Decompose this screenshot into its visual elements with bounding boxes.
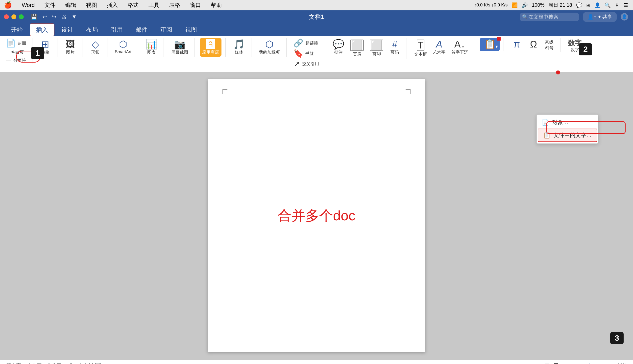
cover-page-btn[interactable]: 📄 封面 <box>4 38 28 48</box>
user-avatar[interactable]: 👤 <box>621 13 628 20</box>
shapes-btn[interactable]: ◇ 形状 <box>87 38 103 57</box>
ribbon-group-images: 🖼 图片 <box>62 38 82 57</box>
menu-word[interactable]: Word <box>20 2 37 9</box>
object-dropdown-icon: 📄 <box>542 119 549 126</box>
tab-review[interactable]: 审阅 <box>154 24 178 36</box>
bookmark-btn[interactable]: 🔖 书签 <box>292 48 321 58</box>
blank-page-btn[interactable]: □ 空白页 <box>4 48 28 56</box>
appstore-btn[interactable]: 🅰 应用商店 <box>200 38 222 57</box>
addins-btn[interactable]: ⬡ 我的加载项 <box>256 38 282 57</box>
ribbon-group-links: 🔗 超链接 🔖 书签 ↗ 交叉引用 <box>292 38 325 70</box>
outline-icon[interactable]: ☰ <box>554 362 559 364</box>
quick-more-btn[interactable]: ▼ <box>70 13 79 20</box>
smartart-btn[interactable]: ⬡ SmartArt <box>112 38 134 56</box>
menu-help[interactable]: 帮助 <box>209 1 224 10</box>
crossref-icon: ↗ <box>293 60 300 68</box>
footer-btn[interactable]: ⬜ 页脚 <box>367 38 386 58</box>
ribbon-group-addins: ⬡ 我的加载项 <box>256 38 287 57</box>
media-btn[interactable]: 🎵 媒体 <box>231 38 247 57</box>
chart-btn[interactable]: 📊 图表 <box>143 38 160 57</box>
menu-view[interactable]: 视图 <box>84 1 99 10</box>
word-count: 0 个字 <box>48 362 62 364</box>
title-bar-right: 🔍 👤+ + 共享 👤 <box>520 12 628 22</box>
header-btn[interactable]: ⬜ 页眉 <box>348 38 366 58</box>
tab-references[interactable]: 引用 <box>105 24 129 36</box>
textbox-btn[interactable]: T 文本框 <box>412 38 429 58</box>
ribbon-group-shapes: ◇ 形状 <box>87 38 107 57</box>
undo-btn[interactable]: ↩ <box>41 13 48 20</box>
menu-tools[interactable]: 工具 <box>147 1 161 10</box>
screenshot-btn[interactable]: 📷 屏幕截图 <box>169 38 191 57</box>
menubar-right: ↑0.0 K/s ↓0.0 K/s 📶 🔊 100% 周日 21:18 💬 ⊞ … <box>474 2 628 8</box>
document-content[interactable]: 合并多个doc <box>223 94 410 338</box>
language-indicator[interactable]: 中文(中国) <box>79 362 102 364</box>
symbol-btn[interactable]: Ω <box>526 38 541 51</box>
annotation-3: 3 <box>610 332 623 344</box>
cover-icon: 📄 <box>6 39 16 47</box>
object-dropdown-arrow[interactable]: ▼ <box>495 44 499 49</box>
ribbon-group-pages: 📄 封面 □ 空白页 — 分页符 <box>4 38 33 64</box>
zoom-in-btn[interactable]: + <box>610 362 613 364</box>
menu-format[interactable]: 格式 <box>126 1 141 10</box>
list-view-icon[interactable]: ≡ <box>563 362 566 364</box>
object-icon: 📋 <box>484 40 496 49</box>
menu-file[interactable]: 文件 <box>43 1 58 10</box>
picture-icon: 🖼 <box>66 40 75 49</box>
main-area: 合并多个doc 📄 对象… 📋 文件中的文字… 1 2 3 <box>0 72 633 360</box>
tab-start[interactable]: 开始 <box>5 24 29 36</box>
apple-menu[interactable]: 🍎 <box>4 1 12 9</box>
menu-edit[interactable]: 编辑 <box>63 1 78 10</box>
header-icon: ⬜ <box>350 40 364 51</box>
zoom-out-btn[interactable]: − <box>570 362 573 364</box>
hyperlink-btn[interactable]: 🔗 超链接 <box>292 38 321 48</box>
page-break-btn[interactable]: — 分页符 <box>4 57 28 64</box>
save-quick-btn[interactable]: 💾 <box>29 13 39 20</box>
table-btn[interactable]: ⊞ 表格 <box>37 38 53 57</box>
appstore-icon: 🅰 <box>206 40 215 49</box>
minimize-button[interactable] <box>12 14 16 19</box>
user-account-icon[interactable]: 👤 <box>594 2 600 8</box>
ribbon-group-appstore: 🅰 应用商店 <box>200 38 226 57</box>
menu-insert[interactable]: 插入 <box>105 1 120 10</box>
fullscreen-button[interactable] <box>19 14 24 19</box>
close-button[interactable] <box>4 14 9 19</box>
equation-icon: π <box>513 40 520 49</box>
numbers-btn[interactable]: 数字 数字 <box>565 38 584 54</box>
fullscreen-icon[interactable]: ⊞ <box>586 2 590 8</box>
document-page[interactable]: 合并多个doc <box>208 80 425 352</box>
track-changes-icon[interactable]: 🖊 <box>68 362 73 364</box>
page-number-btn[interactable]: # 页码 <box>387 38 403 57</box>
smartart-icon: ⬡ <box>119 40 127 49</box>
share-button[interactable]: 👤+ + 共享 <box>583 12 617 22</box>
menu-extras-icon[interactable]: ☰ <box>623 2 628 8</box>
tab-view[interactable]: 视图 <box>179 24 203 36</box>
search-icon[interactable]: 🔍 <box>604 2 611 8</box>
tab-insert[interactable]: 插入 <box>30 24 55 36</box>
menu-table[interactable]: 表格 <box>167 1 182 10</box>
tab-mailings[interactable]: 邮件 <box>130 24 153 36</box>
wordart-btn[interactable]: A 艺术字 <box>430 38 448 57</box>
status-bar: 第 1 页，共 1 页 0 个字 🖊 中文(中国) ▦ ☰ ≡ − + 90% <box>0 360 633 364</box>
menu-window[interactable]: 窗口 <box>188 1 203 10</box>
document-search-input[interactable] <box>520 12 579 21</box>
ribbon-group-chart: 📊 图表 <box>143 38 164 57</box>
comment-btn[interactable]: 💬 批注 <box>330 38 347 57</box>
equation-btn[interactable]: π <box>509 38 525 51</box>
view-mode-icon[interactable]: ▦ <box>545 362 550 364</box>
print-btn[interactable]: 🖨 <box>60 13 68 20</box>
advanced-symbol-btn[interactable]: 高级 符号 <box>542 38 556 52</box>
tab-layout[interactable]: 布局 <box>80 24 104 36</box>
wechat-icon[interactable]: 💬 <box>576 2 582 8</box>
addins-icon: ⬡ <box>265 40 273 49</box>
picture-btn[interactable]: 🖼 图片 <box>62 38 78 57</box>
redo-btn[interactable]: ↪ <box>50 13 58 20</box>
volume-icon: 🔊 <box>522 2 528 8</box>
dropdown-file-text-item[interactable]: 📋 文件中的文字… <box>538 128 597 142</box>
crossref-btn[interactable]: ↗ 交叉引用 <box>292 59 321 69</box>
dropdown-object-item[interactable]: 📄 对象… <box>537 116 598 128</box>
dropcap-icon: A↓ <box>454 40 465 49</box>
tab-design[interactable]: 设计 <box>56 24 79 36</box>
symbol-icon: Ω <box>530 40 537 49</box>
siri-icon[interactable]: 🎙 <box>615 2 620 8</box>
dropcap-btn[interactable]: A↓ 首字下沉 <box>449 38 471 57</box>
